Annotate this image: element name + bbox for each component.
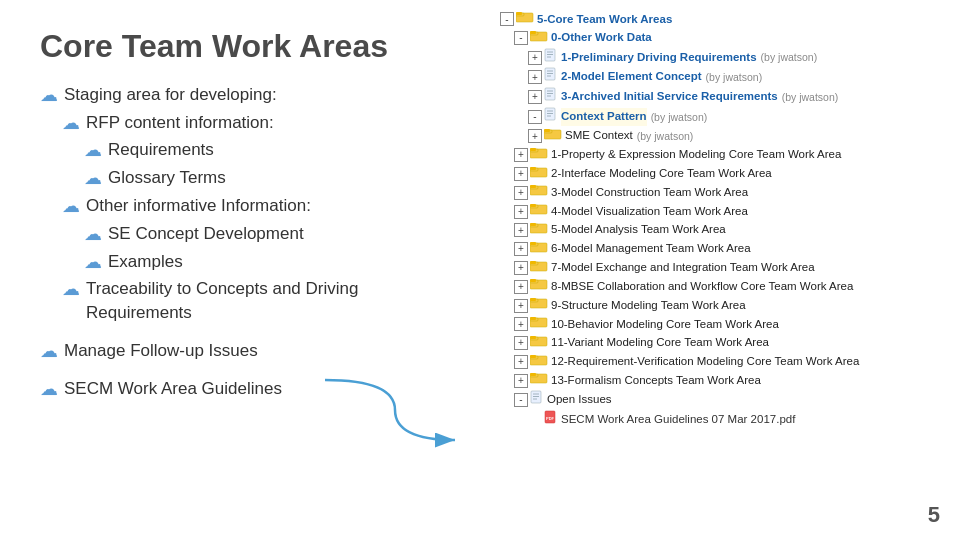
tree-label: 1-Preliminary Driving Requirements — [561, 49, 757, 67]
tree-row[interactable]: + 10-Behavior Modeling Core Team Work Ar… — [500, 315, 948, 334]
doc-icon — [544, 87, 561, 107]
folder-icon — [516, 10, 537, 29]
folder-icon — [530, 353, 551, 372]
svg-rect-6 — [530, 31, 536, 34]
tree-label: 6-Model Management Team Work Area — [551, 240, 751, 258]
tree-row[interactable]: + 3-Model Construction Team Work Area — [500, 183, 948, 202]
bullet-item: ☁Traceability to Concepts and Driving Re… — [40, 277, 460, 325]
svg-rect-37 — [530, 204, 536, 207]
bullet-item: ☁SECM Work Area Guidelines — [40, 377, 460, 401]
svg-rect-7 — [545, 49, 555, 61]
tree-row[interactable]: + 6-Model Management Team Work Area — [500, 240, 948, 259]
svg-rect-25 — [544, 129, 550, 132]
tree-expand-icon[interactable]: + — [514, 299, 528, 313]
tree-row[interactable]: + SME Context(by jwatson) — [500, 127, 948, 146]
tree-expand-icon[interactable]: + — [514, 167, 528, 181]
tree-label: 3-Archived Initial Service Requirements — [561, 88, 778, 106]
tree-row[interactable]: + 2-Interface Modeling Core Team Work Ar… — [500, 165, 948, 184]
folder-icon — [530, 334, 551, 353]
svg-rect-15 — [545, 88, 555, 100]
tree-row[interactable]: + 13-Formalism Concepts Team Work Area — [500, 371, 948, 390]
tree-expand-icon[interactable]: - — [528, 110, 542, 124]
folder-icon — [530, 29, 551, 48]
svg-rect-11 — [545, 68, 555, 80]
tree-expand-icon[interactable]: + — [514, 336, 528, 350]
tree-row[interactable]: - 0-Other Work Data — [500, 29, 948, 48]
bullet-text: RFP content information: — [86, 111, 274, 135]
tree-label: 7-Model Exchange and Integration Team Wo… — [551, 259, 815, 277]
tree-expand-icon[interactable]: + — [514, 186, 528, 200]
folder-icon — [530, 146, 551, 165]
bullet-icon: ☁ — [40, 84, 58, 106]
tree-row[interactable]: - Context Pattern(by jwatson) — [500, 107, 948, 127]
tree-row[interactable]: + 9-Structure Modeling Team Work Area — [500, 296, 948, 315]
tree-expand-icon[interactable]: + — [514, 374, 528, 388]
tree-label: Open Issues — [547, 391, 612, 409]
doc-icon — [544, 107, 561, 127]
svg-rect-58 — [530, 336, 536, 339]
slide-container: Core Team Work Areas ☁Staging area for d… — [0, 0, 960, 540]
tree-expand-icon[interactable]: - — [500, 12, 514, 26]
bullet-item: ☁RFP content information: — [40, 111, 460, 135]
tree-label: 11-Variant Modeling Core Team Work Area — [551, 334, 769, 352]
slide-number: 5 — [928, 502, 940, 528]
tree-expand-icon[interactable]: + — [514, 242, 528, 256]
svg-rect-34 — [530, 185, 536, 188]
tree-row[interactable]: + 2-Model Element Concept(by jwatson) — [500, 67, 948, 87]
tree-expand-icon[interactable]: + — [514, 355, 528, 369]
tree-by-user: (by jwatson) — [761, 49, 818, 65]
tree-expand-icon[interactable]: + — [514, 317, 528, 331]
tree-label: SECM Work Area Guidelines 07 Mar 2017.pd… — [561, 411, 795, 429]
folder-icon — [530, 165, 551, 184]
bullet-item: ☁Glossary Terms — [40, 166, 460, 190]
tree-expand-icon[interactable]: + — [528, 70, 542, 84]
tree-row[interactable]: - 5-Core Team Work Areas — [500, 10, 948, 29]
tree-label: 12-Requirement-Verification Modeling Cor… — [551, 353, 859, 371]
tree-label: 10-Behavior Modeling Core Team Work Area — [551, 316, 779, 334]
tree-label: 9-Structure Modeling Team Work Area — [551, 297, 746, 315]
tree-expand-icon[interactable]: - — [514, 31, 528, 45]
svg-rect-65 — [531, 391, 541, 403]
tree-expand-icon[interactable]: + — [514, 280, 528, 294]
tree-row[interactable]: + 1-Preliminary Driving Requirements(by … — [500, 48, 948, 68]
svg-rect-46 — [530, 261, 536, 264]
folder-icon — [530, 259, 551, 278]
tree-row[interactable]: + 8-MBSE Collaboration and Workflow Core… — [500, 277, 948, 296]
tree-row[interactable]: + 4-Model Visualization Team Work Area — [500, 202, 948, 221]
tree-expand-icon[interactable]: + — [514, 205, 528, 219]
tree-row[interactable]: + 1-Property & Expression Modeling Core … — [500, 146, 948, 165]
tree-expand-icon[interactable]: + — [514, 223, 528, 237]
tree-expand-icon[interactable]: + — [514, 261, 528, 275]
tree-by-user: (by jwatson) — [637, 128, 694, 144]
tree-expand-icon[interactable]: + — [528, 90, 542, 104]
tree-row[interactable]: + 3-Archived Initial Service Requirement… — [500, 87, 948, 107]
tree-row[interactable]: + 7-Model Exchange and Integration Team … — [500, 259, 948, 278]
bullet-icon: ☁ — [84, 223, 102, 245]
right-panel: - 5-Core Team Work Areas- 0-Other Work D… — [490, 0, 960, 540]
bullet-item: ☁SE Concept Development — [40, 222, 460, 246]
bullet-icon: ☁ — [40, 378, 58, 400]
tree-label: 5-Model Analysis Team Work Area — [551, 221, 726, 239]
tree-label: 0-Other Work Data — [551, 29, 652, 47]
bullet-item: ☁Examples — [40, 250, 460, 274]
tree-label: 3-Model Construction Team Work Area — [551, 184, 748, 202]
bullet-icon: ☁ — [62, 112, 80, 134]
tree-expand-icon[interactable]: + — [514, 148, 528, 162]
tree-label: 2-Model Element Concept — [561, 68, 702, 86]
tree-expand-icon[interactable]: + — [528, 51, 542, 65]
svg-rect-43 — [530, 242, 536, 245]
bullet-icon: ☁ — [62, 278, 80, 300]
tree-label: Context Pattern — [561, 108, 647, 126]
tree-row[interactable]: + 5-Model Analysis Team Work Area — [500, 221, 948, 240]
tree-row[interactable]: - Open Issues — [500, 390, 948, 410]
tree-row[interactable]: + 12-Requirement-Verification Modeling C… — [500, 353, 948, 372]
tree-label: 2-Interface Modeling Core Team Work Area — [551, 165, 772, 183]
bullet-text: Glossary Terms — [108, 166, 226, 190]
bullet-text: SE Concept Development — [108, 222, 304, 246]
tree-row[interactable]: PDF SECM Work Area Guidelines 07 Mar 201… — [500, 410, 948, 430]
bullet-text: Manage Follow-up Issues — [64, 339, 258, 363]
tree-row[interactable]: + 11-Variant Modeling Core Team Work Are… — [500, 334, 948, 353]
tree-expand-icon[interactable]: - — [514, 393, 528, 407]
tree-label: 4-Model Visualization Team Work Area — [551, 203, 748, 221]
tree-expand-icon[interactable]: + — [528, 129, 542, 143]
